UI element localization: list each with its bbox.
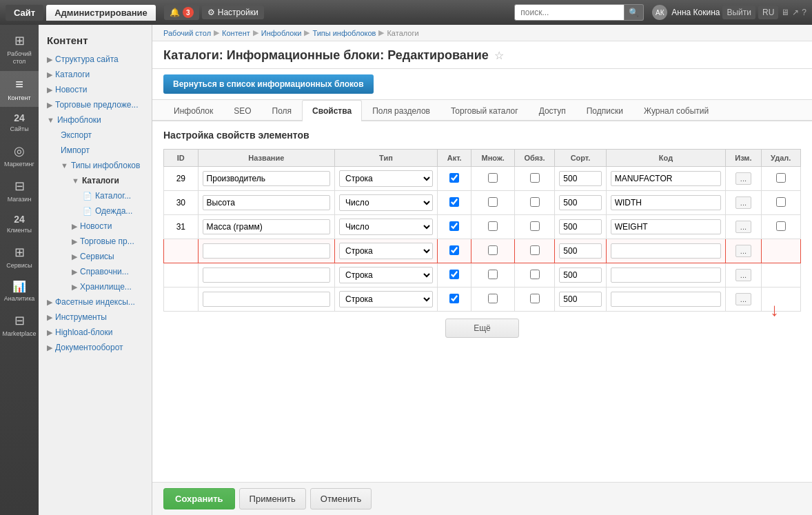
favorite-icon[interactable]: ☆: [494, 49, 504, 62]
type-select[interactable]: СтрокаЧислоСписокФайлДатаПривязка к элем…: [339, 219, 433, 235]
name-input[interactable]: [203, 243, 330, 259]
logout-button[interactable]: Выйти: [722, 6, 755, 19]
sidebar-item-storage[interactable]: ▶ Хранилище...: [63, 279, 152, 294]
sidebar-item-news[interactable]: ▶ Новости: [39, 82, 152, 97]
sidebar-item-marketplace[interactable]: ⊟ Marketplace: [0, 307, 39, 343]
sort-input[interactable]: [559, 243, 601, 259]
sidebar-item-services-sub[interactable]: ▶ Сервисы: [63, 249, 152, 264]
type-select[interactable]: СтрокаЧислоСписокФайлДатаПривязка к элем…: [339, 194, 433, 211]
sidebar-item-marketing[interactable]: ◎ Маркетинг: [0, 138, 39, 173]
required-checkbox[interactable]: [530, 245, 540, 255]
settings-button[interactable]: ⚙ Настройки: [202, 6, 264, 19]
code-input[interactable]: [611, 267, 722, 283]
more-button[interactable]: Ещё: [445, 319, 519, 338]
sidebar-item-highload[interactable]: ▶ Highload-блоки: [39, 325, 152, 340]
tab-seo[interactable]: SEO: [223, 100, 261, 121]
sidebar-item-desktop[interactable]: ⊞ Рабочий стол: [0, 28, 39, 71]
sidebar-item-clients[interactable]: 24 Клиенты: [0, 208, 39, 239]
breadcrumb-desktop[interactable]: Рабочий стол: [163, 29, 211, 37]
multiple-checkbox[interactable]: [488, 173, 498, 183]
name-input[interactable]: [203, 195, 330, 210]
edit-button[interactable]: ...: [735, 293, 751, 305]
breadcrumb-infoblocktypes[interactable]: Типы инфоблоков: [312, 29, 376, 37]
sidebar-item-trade[interactable]: ▶ Торговые предложе...: [39, 97, 152, 112]
name-input[interactable]: [203, 219, 330, 234]
type-select[interactable]: СтрокаЧислоСписокФайлДатаПривязка к элем…: [339, 267, 433, 283]
sidebar-item-docflow[interactable]: ▶ Документооборот: [39, 340, 152, 355]
sidebar-item-content[interactable]: ≡ Контент: [0, 71, 39, 107]
sidebar-item-catalogs-active[interactable]: ▼ Каталоги: [63, 173, 152, 188]
active-checkbox[interactable]: [449, 173, 459, 183]
code-input[interactable]: [611, 243, 722, 259]
code-input[interactable]: [611, 292, 722, 307]
tab-section-fields[interactable]: Поля разделов: [362, 100, 440, 121]
required-checkbox[interactable]: [530, 197, 540, 207]
multiple-checkbox[interactable]: [488, 270, 498, 279]
type-select[interactable]: СтрокаЧислоСписокФайлДатаПривязка к элем…: [339, 243, 433, 259]
active-checkbox[interactable]: [449, 294, 459, 303]
sidebar-item-catalog[interactable]: 📄 Каталог...: [74, 188, 152, 203]
name-input[interactable]: [203, 292, 330, 307]
search-button[interactable]: 🔍: [625, 4, 644, 21]
notification-button[interactable]: 🔔 3: [164, 5, 199, 20]
required-checkbox[interactable]: [530, 173, 540, 183]
delete-checkbox[interactable]: [776, 173, 786, 183]
lang-button[interactable]: RU: [758, 6, 778, 19]
code-input[interactable]: [611, 219, 722, 234]
delete-checkbox[interactable]: [776, 197, 786, 207]
sidebar-item-news-sub[interactable]: ▶ Новости: [63, 219, 152, 234]
multiple-checkbox[interactable]: [488, 221, 498, 231]
sidebar-item-structure[interactable]: ▶ Структура сайта: [39, 52, 152, 67]
type-select[interactable]: СтрокаЧислоСписокФайлДатаПривязка к элем…: [339, 291, 433, 307]
sidebar-item-services[interactable]: ⊞ Сервисы: [0, 239, 39, 274]
sort-input[interactable]: [559, 267, 601, 283]
active-checkbox[interactable]: [449, 245, 459, 255]
tab-access[interactable]: Доступ: [529, 100, 576, 121]
sidebar-item-catalogs[interactable]: ▶ Каталоги: [39, 67, 152, 82]
tab-fields[interactable]: Поля: [262, 100, 303, 121]
sidebar-item-export[interactable]: Экспорт: [52, 128, 152, 143]
sidebar-item-infoblocks[interactable]: ▼ Инфоблоки: [39, 112, 152, 128]
breadcrumb-content[interactable]: Контент: [222, 29, 250, 37]
code-input[interactable]: [611, 195, 722, 210]
tab-subscriptions[interactable]: Подписки: [576, 100, 633, 121]
sort-input[interactable]: [559, 195, 601, 210]
sort-input[interactable]: [559, 292, 601, 307]
name-input[interactable]: [203, 171, 330, 186]
required-checkbox[interactable]: [530, 221, 540, 231]
tab-event-log[interactable]: Журнал событий: [633, 100, 719, 121]
sidebar-item-trade-sub[interactable]: ▶ Торговые пр...: [63, 234, 152, 249]
sort-input[interactable]: [559, 171, 601, 186]
sidebar-item-sites[interactable]: 24 Сайты: [0, 107, 39, 138]
breadcrumb-infoblocks[interactable]: Инфоблоки: [261, 29, 302, 37]
edit-button[interactable]: ...: [735, 245, 751, 257]
sidebar-item-analytics[interactable]: 📊 Аналитика: [0, 274, 39, 307]
active-checkbox[interactable]: [449, 197, 459, 207]
code-input[interactable]: [611, 171, 722, 186]
edit-button[interactable]: ...: [735, 221, 751, 233]
active-checkbox[interactable]: [449, 221, 459, 231]
edit-button[interactable]: ...: [735, 196, 751, 209]
sidebar-item-reference[interactable]: ▶ Справочни...: [63, 264, 152, 279]
apply-button[interactable]: Применить: [239, 488, 306, 509]
delete-checkbox[interactable]: [776, 221, 786, 231]
edit-button[interactable]: ...: [735, 269, 751, 281]
active-checkbox[interactable]: [449, 270, 459, 279]
sidebar-item-import[interactable]: Импорт: [52, 143, 152, 158]
required-checkbox[interactable]: [530, 294, 540, 303]
admin-tab[interactable]: Администрирование: [46, 5, 156, 21]
save-button[interactable]: Сохранить: [163, 488, 235, 509]
required-checkbox[interactable]: [530, 270, 540, 279]
sidebar-item-shop[interactable]: ⊟ Магазин: [0, 173, 39, 208]
sidebar-item-tools[interactable]: ▶ Инструменты: [39, 310, 152, 325]
name-input[interactable]: [203, 267, 330, 283]
edit-button[interactable]: ...: [735, 172, 751, 185]
type-select[interactable]: СтрокаЧислоСписокФайлДатаПривязка к элем…: [339, 170, 433, 187]
multiple-checkbox[interactable]: [488, 294, 498, 303]
back-button[interactable]: Вернуться в список информационных блоков: [163, 74, 374, 94]
site-tab[interactable]: Сайт: [6, 5, 43, 21]
multiple-checkbox[interactable]: [488, 245, 498, 255]
tab-properties[interactable]: Свойства: [302, 100, 362, 121]
sidebar-item-clothes[interactable]: 📄 Одежда...: [74, 203, 152, 219]
multiple-checkbox[interactable]: [488, 197, 498, 207]
